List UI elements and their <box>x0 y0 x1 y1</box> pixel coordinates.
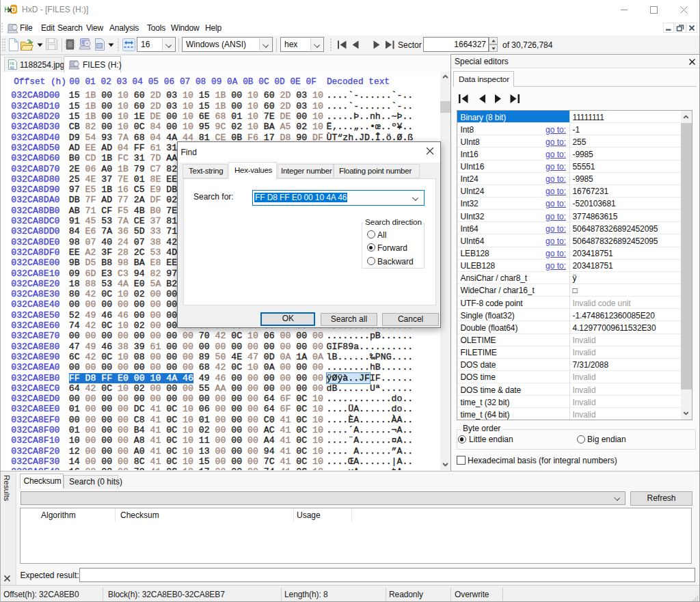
svg-text:40: 40 <box>10 66 14 70</box>
svg-text:x: x <box>8 5 12 14</box>
